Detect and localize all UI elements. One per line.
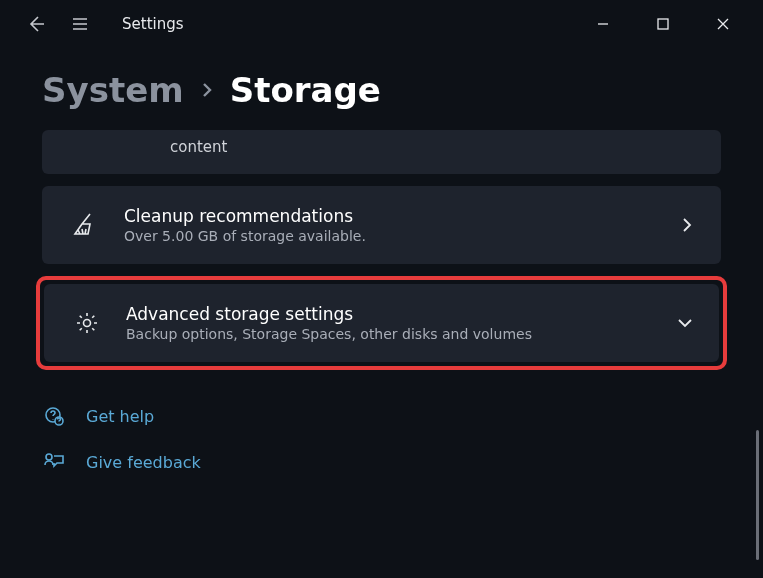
panel-truncated-text: content xyxy=(170,138,227,156)
footer-links: Get help Give feedback xyxy=(0,378,763,474)
panel-advanced[interactable]: Advanced storage settings Backup options… xyxy=(44,284,719,362)
chevron-down-icon xyxy=(677,315,693,331)
breadcrumb-current: Storage xyxy=(230,70,381,110)
give-feedback-text: Give feedback xyxy=(86,453,201,472)
chevron-right-icon xyxy=(679,217,695,233)
maximize-icon[interactable] xyxy=(647,8,679,40)
panel-cleanup[interactable]: Cleanup recommendations Over 5.00 GB of … xyxy=(42,186,721,264)
scrollbar[interactable] xyxy=(756,430,759,560)
advanced-sub: Backup options, Storage Spaces, other di… xyxy=(126,326,655,342)
titlebar-left: Settings xyxy=(24,12,184,36)
chevron-right-icon xyxy=(198,81,216,99)
feedback-icon xyxy=(42,450,66,474)
close-icon[interactable] xyxy=(707,8,739,40)
cleanup-sub: Over 5.00 GB of storage available. xyxy=(124,228,657,244)
cleanup-title: Cleanup recommendations xyxy=(124,206,657,226)
svg-point-1 xyxy=(84,320,91,327)
svg-point-4 xyxy=(46,454,52,460)
gear-icon xyxy=(70,310,104,336)
minimize-icon[interactable] xyxy=(587,8,619,40)
breadcrumb-parent[interactable]: System xyxy=(42,70,184,110)
app-title: Settings xyxy=(122,15,184,33)
advanced-title: Advanced storage settings xyxy=(126,304,655,324)
content: content Cleanup recommendations Over 5.0… xyxy=(0,118,763,370)
broom-icon xyxy=(68,210,102,240)
back-icon[interactable] xyxy=(24,12,48,36)
svg-rect-0 xyxy=(658,19,668,29)
get-help-text: Get help xyxy=(86,407,154,426)
menu-icon[interactable] xyxy=(68,12,92,36)
highlight-annotation: Advanced storage settings Backup options… xyxy=(36,276,727,370)
titlebar: Settings xyxy=(0,0,763,48)
panel-truncated[interactable]: content xyxy=(42,130,721,174)
window-controls xyxy=(587,8,739,40)
help-icon xyxy=(42,404,66,428)
breadcrumb: System Storage xyxy=(0,48,763,118)
give-feedback-link[interactable]: Give feedback xyxy=(42,450,721,474)
get-help-link[interactable]: Get help xyxy=(42,404,721,428)
